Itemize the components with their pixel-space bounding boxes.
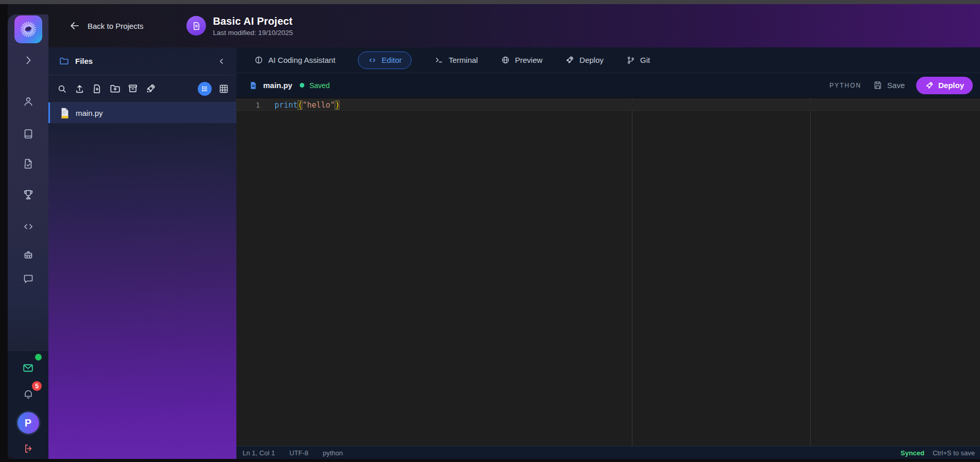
user-icon <box>22 95 35 108</box>
code-text: print("hello") <box>274 100 339 110</box>
sync-status: Synced <box>901 449 924 457</box>
column-ruler-80 <box>632 98 632 446</box>
tab-bar: AI Coding Assistant Editor Terminal Prev… <box>236 47 980 73</box>
editor-toolbar: main.py Saved PYTHON Save Deploy <box>236 73 980 98</box>
sidebar-item-notifications[interactable] <box>8 388 48 400</box>
files-panel-title: Files <box>75 57 217 65</box>
online-status-dot <box>35 354 42 361</box>
list-view-icon <box>200 84 209 93</box>
search-icon <box>57 83 67 94</box>
git-branch-icon <box>626 56 635 65</box>
file-plus-icon <box>92 83 102 94</box>
tab-preview[interactable]: Preview <box>501 55 542 65</box>
logo-starburst-icon <box>14 15 42 43</box>
window-top-strip <box>0 0 980 4</box>
robot-icon <box>22 249 35 261</box>
save-label: Save <box>887 81 905 90</box>
save-floppy-icon <box>873 80 883 90</box>
tab-label: Editor <box>382 56 402 64</box>
app-header: Back to Projects Basic AI Project Last m… <box>48 4 980 47</box>
rocket-icon <box>145 83 157 94</box>
code-token-string: "hello" <box>302 100 335 110</box>
sidebar-item-tasks[interactable] <box>8 158 48 170</box>
globe-icon <box>501 55 510 65</box>
upload-file-button[interactable] <box>74 83 85 94</box>
status-bar-right: Synced Ctrl+S to save <box>901 449 975 457</box>
new-file-button[interactable] <box>92 83 102 94</box>
archive-button[interactable] <box>127 83 139 94</box>
sidebar-item-code[interactable] <box>8 220 48 233</box>
sidebar-rail: 5 P <box>8 4 48 459</box>
files-panel-header: Files <box>48 47 236 75</box>
archive-icon <box>127 83 139 94</box>
ai-assistant-icon <box>254 55 264 65</box>
search-files-button[interactable] <box>57 83 67 94</box>
folder-icon <box>59 56 70 66</box>
rocket-icon <box>925 81 934 90</box>
language-badge: PYTHON <box>830 82 862 89</box>
collapse-panel-button[interactable] <box>217 57 226 66</box>
file-check-icon <box>22 158 35 170</box>
tab-terminal[interactable]: Terminal <box>434 55 478 65</box>
deploy-label: Deploy <box>938 81 964 90</box>
terminal-icon <box>434 55 444 65</box>
status-bar: Ln 1, Col 1 UTF-8 python Synced Ctrl+S t… <box>236 446 980 459</box>
tab-ai-coding-assistant[interactable]: AI Coding Assistant <box>254 55 335 65</box>
chat-bubble-icon <box>22 272 35 285</box>
deploy-files-button[interactable] <box>145 83 157 94</box>
app-logo[interactable] <box>8 15 48 43</box>
tab-label: AI Coding Assistant <box>268 56 335 64</box>
shortcut-hint: Ctrl+S to save <box>933 449 975 457</box>
arrow-left-icon <box>69 20 80 31</box>
tab-editor[interactable]: Editor <box>358 52 411 69</box>
back-to-projects-button[interactable]: Back to Projects <box>69 20 143 31</box>
tab-label: Preview <box>515 56 542 64</box>
sidebar-item-messages[interactable] <box>8 362 48 374</box>
sidebar-expand-button[interactable] <box>8 54 48 66</box>
page-title: Basic AI Project <box>213 15 293 27</box>
new-folder-button[interactable] <box>109 83 121 94</box>
user-avatar[interactable]: P <box>8 410 48 435</box>
book-icon <box>22 128 35 140</box>
document-icon <box>192 21 201 31</box>
code-brackets-icon <box>22 220 35 233</box>
sidebar-item-library[interactable] <box>8 128 48 140</box>
tab-label: Terminal <box>449 56 478 64</box>
upload-icon <box>74 83 85 94</box>
sidebar-footer: 5 P <box>8 350 48 459</box>
tab-label: Deploy <box>579 56 604 64</box>
file-name: main.py <box>76 109 103 117</box>
grid-view-button[interactable] <box>218 83 229 94</box>
file-list-item-main-py[interactable]: main.py <box>48 102 236 123</box>
sidebar-item-profile[interactable] <box>8 95 48 108</box>
code-token-close-paren: ) <box>335 100 339 110</box>
sidebar-item-chat[interactable] <box>8 272 48 285</box>
open-file-name: main.py <box>263 81 293 90</box>
column-ruler-120 <box>810 98 811 446</box>
saved-status-label: Saved <box>310 81 330 90</box>
tab-git[interactable]: Git <box>626 56 650 65</box>
tab-label: Git <box>640 56 650 64</box>
chevron-right-icon <box>22 54 35 66</box>
sidebar-item-assistant[interactable] <box>8 249 48 261</box>
trophy-icon <box>22 188 35 201</box>
project-icon <box>186 16 206 36</box>
editor-toolbar-actions: PYTHON Save Deploy <box>830 77 973 94</box>
project-meta: Basic AI Project Last modified: 19/10/20… <box>213 15 293 37</box>
python-file-icon <box>60 107 70 119</box>
avatar: P <box>16 410 41 435</box>
last-modified: Last modified: 19/10/2025 <box>213 29 293 37</box>
mail-icon <box>22 362 35 374</box>
bell-icon <box>22 388 35 400</box>
list-view-button[interactable] <box>198 82 212 96</box>
save-button[interactable]: Save <box>873 80 905 90</box>
back-label: Back to Projects <box>88 22 143 30</box>
logout-button[interactable] <box>8 443 48 454</box>
deploy-button[interactable]: Deploy <box>916 77 973 94</box>
cursor-position: Ln 1, Col 1 <box>243 449 275 457</box>
sidebar-item-achievements[interactable] <box>8 188 48 201</box>
code-brackets-icon <box>368 56 377 65</box>
language-indicator: python <box>323 449 343 457</box>
tab-deploy[interactable]: Deploy <box>565 55 604 65</box>
code-editor[interactable]: 1 print("hello") <box>236 98 980 446</box>
